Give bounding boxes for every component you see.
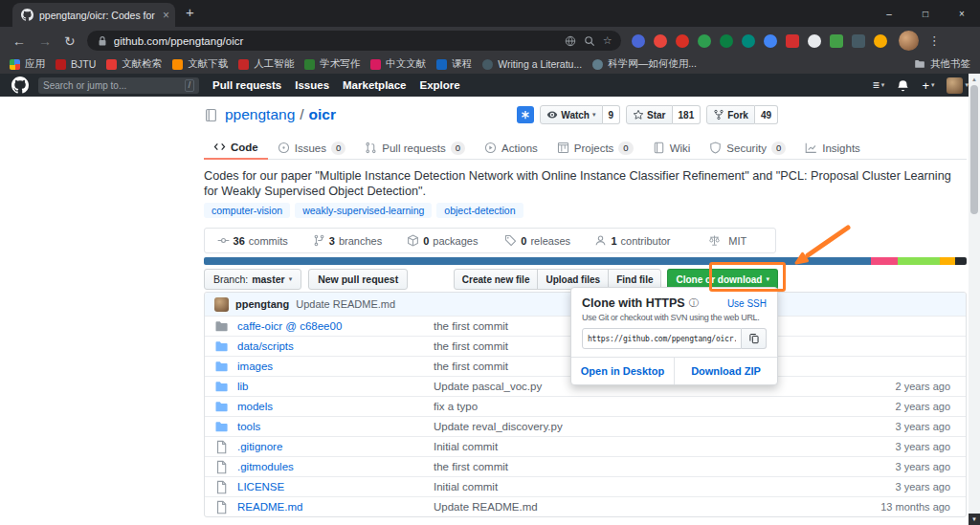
topic-badge[interactable]: computer-vision [204,203,290,218]
topic-badge[interactable]: weakly-supervised-learning [295,203,432,218]
file-name-link[interactable]: README.md [237,501,434,513]
license-stat[interactable]: MIT [680,229,775,252]
file-commit-message[interactable]: fix a typo [434,401,813,412]
bookmark-item[interactable]: 人工智能 [238,57,294,71]
watch-count[interactable]: 9 [603,105,621,124]
bookmark-item[interactable]: 文献检索 [106,57,162,71]
bookmark-item[interactable]: 文献下载 [172,57,228,71]
tab-issues[interactable]: Issues0 [268,136,356,160]
browser-menu-icon[interactable]: ⋮ [928,33,941,48]
file-name-link[interactable]: lib [237,381,434,392]
tab-actions[interactable]: Actions [475,136,547,160]
file-name-link[interactable]: .gitignore [237,441,434,452]
create-new-file-button[interactable]: Create new file [454,269,539,290]
commits-stat[interactable]: 36commits [205,229,300,252]
use-ssh-link[interactable]: Use SSH [727,298,767,309]
extension-icon[interactable] [808,34,821,48]
bookmark-item[interactable]: Writing a Literatu... [482,58,582,70]
commit-author-avatar[interactable] [214,297,229,312]
file-name-link[interactable]: data/scripts [237,340,434,352]
file-name-link[interactable]: .gitmodules [237,461,434,472]
info-icon[interactable]: ⓘ [689,296,699,310]
github-search-input[interactable]: Search or jump to... / [38,77,199,94]
extension-icon[interactable] [742,34,755,48]
extension-icon[interactable] [632,34,645,48]
table-row[interactable]: LICENSE Initial commit 3 years ago [205,476,966,496]
scrollbar-thumb[interactable] [970,85,978,214]
open-in-desktop-button[interactable]: Open in Desktop [571,358,675,384]
tab-pull-requests[interactable]: Pull requests0 [355,136,475,160]
page-scrollbar[interactable]: ▲ ▼ [969,74,980,525]
table-row[interactable]: models fix a typo 2 years ago [205,396,966,416]
file-name-link[interactable]: images [237,361,434,372]
new-tab-button[interactable]: + [186,4,194,20]
file-commit-message[interactable]: Initial commit [434,441,813,452]
branches-stat[interactable]: 3branches [300,229,394,252]
nav-pull-requests[interactable]: Pull requests [212,79,281,91]
file-name-link[interactable]: LICENSE [237,481,434,492]
file-commit-message[interactable]: Initial commit [434,481,813,492]
repo-name-link[interactable]: oicr [309,106,336,123]
file-commit-message[interactable]: the first commit [434,461,813,472]
extension-icon[interactable] [852,34,865,48]
bookmark-item[interactable]: 中文文献 [370,57,426,71]
clone-url-input[interactable] [582,328,742,349]
window-minimize-button[interactable]: – [871,0,907,27]
watch-button[interactable]: Watch▾ [540,105,602,124]
bookmark-item[interactable]: 学术写作 [304,57,360,71]
table-row[interactable]: .gitignore Initial commit 3 years ago [205,436,966,456]
star-button[interactable]: Star [626,105,672,124]
download-zip-button[interactable]: Download ZIP [675,358,777,384]
extension-icon[interactable] [764,34,777,48]
file-name-link[interactable]: models [237,401,434,412]
extension-icon[interactable] [830,34,843,48]
extension-icon[interactable] [720,34,733,48]
fork-button[interactable]: Fork [706,105,755,124]
file-commit-message[interactable]: Update README.md [434,501,813,513]
star-count[interactable]: 181 [673,105,702,124]
user-avatar[interactable]: ▾ [947,77,969,94]
window-close-button[interactable]: × [944,0,980,27]
copy-url-button[interactable] [742,328,767,349]
address-bar[interactable]: github.com/ppengtang/oicr ☆ [87,31,621,51]
topic-badge[interactable]: object-detection [436,203,523,218]
repo-owner-link[interactable]: ppengtang [225,106,295,123]
create-new-icon[interactable]: +▾ [922,78,934,93]
nav-issues[interactable]: Issues [295,79,329,91]
branch-selector[interactable]: Branch:master▾ [204,269,301,290]
bookmark-star-icon[interactable]: ☆ [603,34,612,47]
scroll-up-icon[interactable]: ▲ [969,74,980,85]
tab-close-icon[interactable]: × [163,10,169,21]
feed-menu-icon[interactable]: ≡▾ [873,78,885,92]
extension-icon[interactable] [654,34,667,48]
table-row[interactable]: tools Update reval_discovery.py 3 years … [205,416,966,436]
new-pull-request-button[interactable]: New pull request [308,269,408,290]
tab-projects[interactable]: Projects0 [547,136,643,160]
sourcegraph-extension-button[interactable] [517,106,534,123]
nav-marketplace[interactable]: Marketplace [343,79,406,91]
bookmark-item[interactable]: 应用 [10,57,45,71]
window-maximize-button[interactable]: □ [907,0,944,27]
commit-message-link[interactable]: Update README.md [296,298,395,310]
notifications-bell-icon[interactable] [897,79,909,92]
bookmark-item[interactable]: BJTU [56,58,96,70]
refresh-button[interactable]: ↻ [64,33,76,49]
tab-security[interactable]: Security0 [700,136,795,160]
contributors-stat[interactable]: 1contributor [585,229,679,252]
fork-count[interactable]: 49 [755,105,778,124]
file-commit-message[interactable]: Update reval_discovery.py [434,421,813,432]
browser-tab[interactable]: ppengtang/oicr: Codes for our × [12,3,175,27]
tab-wiki[interactable]: Wiki [643,136,701,160]
extension-icon[interactable] [874,34,887,48]
table-row[interactable]: README.md Update README.md 13 months ago [205,496,966,516]
forward-button[interactable]: → [38,33,52,49]
packages-stat[interactable]: 0packages [395,229,490,252]
releases-stat[interactable]: 0releases [490,229,585,252]
file-name-link[interactable]: caffe-oicr @ c68ee00 [237,320,434,332]
browser-profile-avatar[interactable] [899,31,919,51]
file-name-link[interactable]: tools [237,421,434,432]
zoom-icon[interactable] [584,35,595,47]
extension-icon[interactable] [786,34,799,48]
extension-icon[interactable] [676,34,689,48]
nav-explore[interactable]: Explore [420,79,460,91]
